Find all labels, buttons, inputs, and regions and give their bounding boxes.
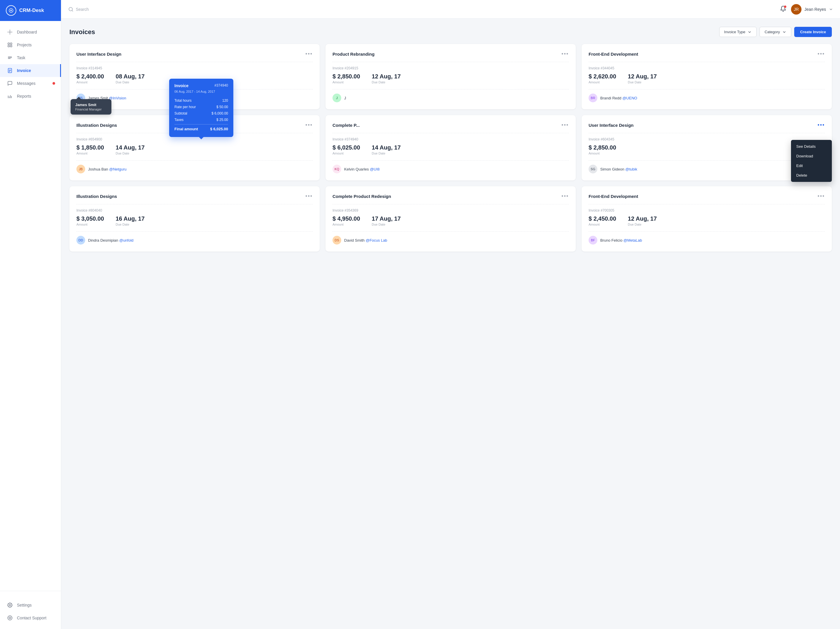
- card-title: User Interface Design: [76, 52, 122, 57]
- app-logo[interactable]: CRM-Desk: [0, 0, 61, 21]
- card-menu-button[interactable]: •••: [305, 193, 313, 199]
- card-menu-button[interactable]: •••: [305, 51, 313, 57]
- sidebar-item-invoice[interactable]: Invoice: [0, 64, 61, 77]
- card-footer: BF Bruno Felicio @MetaLab: [589, 236, 825, 244]
- sidebar-item-dashboard[interactable]: Dashboard: [0, 26, 61, 38]
- due-date-label: Due Date: [116, 151, 145, 155]
- amount-value: $ 2,620.00: [589, 73, 616, 80]
- invoice-amounts: $ 6,025.00 Amount 14 Aug, 17 Due Date: [333, 144, 569, 155]
- person-avatar: DD: [76, 236, 85, 244]
- due-date-value: 14 Aug, 17: [372, 144, 401, 151]
- card-menu-button[interactable]: •••: [562, 122, 569, 128]
- card-divider-bottom: [589, 160, 825, 161]
- card-footer: BR Brandi Redd @UENO: [589, 93, 825, 102]
- user-menu[interactable]: JR Jean Reyes: [791, 4, 833, 14]
- create-invoice-button[interactable]: Create Invoice: [794, 27, 832, 37]
- amount-block: $ 2,850.00 Amount: [333, 73, 360, 84]
- amount-label: Amount: [333, 151, 360, 155]
- amount-value: $ 3,050.00: [76, 215, 104, 222]
- page-actions: Invoice Type Category Create Invoice: [719, 27, 832, 37]
- card-menu-button[interactable]: •••: [562, 193, 569, 199]
- invoice-amounts: $ 2,850.00 Amount 12 Aug, 17 Due Date: [333, 73, 569, 84]
- due-date-value: 12 Aug, 17: [628, 73, 657, 80]
- context-menu-item[interactable]: See Details: [791, 142, 832, 151]
- due-date-label: Due Date: [628, 223, 657, 226]
- card-menu-button[interactable]: •••: [818, 51, 825, 57]
- tooltip-hours-label: Total hours: [174, 99, 192, 102]
- card-menu-button[interactable]: •••: [818, 122, 825, 128]
- person-tag[interactable]: @UENO: [622, 96, 637, 100]
- card-title: Illustration Designs: [76, 123, 117, 128]
- person-tag[interactable]: @InVision: [109, 96, 126, 100]
- sidebar-label-contact-support: Contact Support: [17, 616, 46, 620]
- due-date-block: 14 Aug, 17 Due Date: [116, 144, 145, 155]
- tooltip-row-hours: Total hours 120: [174, 97, 228, 104]
- due-date-value: 16 Aug, 17: [116, 215, 145, 222]
- card-header: User Interface Design •••: [76, 51, 313, 57]
- projects-icon: [7, 42, 13, 47]
- context-menu-item[interactable]: Edit: [791, 161, 832, 170]
- reports-icon: [7, 93, 13, 99]
- due-date-value: 12 Aug, 17: [372, 73, 401, 80]
- due-date-block: 17 Aug, 17 Due Date: [372, 215, 401, 226]
- messages-icon: [7, 81, 13, 86]
- person-tag[interactable]: @Focus Lab: [366, 238, 387, 243]
- notification-button[interactable]: [780, 6, 786, 13]
- amount-label: Amount: [589, 151, 616, 155]
- support-icon: [7, 615, 13, 621]
- amount-label: Amount: [76, 80, 104, 84]
- invoice-amounts: $ 3,050.00 Amount 16 Aug, 17 Due Date: [76, 215, 313, 226]
- sidebar-item-contact-support[interactable]: Contact Support: [0, 612, 61, 624]
- card-menu-button[interactable]: •••: [562, 51, 569, 57]
- invoice-number: Invoice #314945: [76, 66, 313, 70]
- category-dropdown[interactable]: Category: [759, 27, 791, 37]
- due-date-label: Due Date: [372, 223, 401, 226]
- page-header: Invoices Invoice Type Category Create In…: [69, 27, 832, 37]
- logo-icon: [6, 5, 16, 16]
- amount-value: $ 2,850.00: [589, 144, 616, 151]
- person-tag[interactable]: @Netguru: [109, 167, 126, 171]
- invoice-number: Invoice #204915: [333, 66, 569, 70]
- person-tag[interactable]: @tubik: [625, 167, 637, 171]
- tooltip-row-taxes: Taxes $ 25.00: [174, 117, 228, 123]
- invoice-type-dropdown[interactable]: Invoice Type: [719, 27, 757, 37]
- messages-badge: [52, 82, 55, 85]
- card-menu-button[interactable]: •••: [305, 122, 313, 128]
- sidebar-nav: Dashboard Projects Task Invoice: [0, 21, 61, 588]
- due-date-value: 08 Aug, 17: [116, 73, 145, 80]
- sidebar-item-task[interactable]: Task: [0, 51, 61, 64]
- invoice-card: Front-End Development ••• Invoice #70030…: [582, 186, 832, 252]
- invoice-number: Invoice #804040: [76, 208, 313, 213]
- chevron-down-icon: [829, 7, 833, 11]
- person-avatar: BR: [589, 93, 597, 102]
- context-menu-item[interactable]: Download: [791, 151, 832, 161]
- due-date-label: Due Date: [628, 80, 657, 84]
- context-menu: See DetailsDownloadEditDelete: [791, 140, 832, 182]
- sidebar-item-messages[interactable]: Messages: [0, 77, 61, 90]
- person-tag[interactable]: @unfold: [119, 238, 134, 243]
- sidebar-item-settings[interactable]: Settings: [0, 599, 61, 612]
- person-tag[interactable]: @UI8: [370, 167, 379, 171]
- tooltip-taxes-label: Taxes: [174, 118, 183, 122]
- amount-block: $ 2,450.00 Amount: [589, 215, 616, 226]
- search-input[interactable]: [76, 7, 134, 12]
- card-header: User Interface Design •••: [589, 122, 825, 128]
- context-menu-item[interactable]: Delete: [791, 170, 832, 180]
- tooltip-final-val: $ 6,025.00: [210, 127, 228, 131]
- person-tag[interactable]: @MetaLab: [623, 238, 642, 243]
- search-area[interactable]: [68, 7, 775, 12]
- sidebar-label-projects: Projects: [17, 43, 32, 47]
- card-title: Product Rebranding: [333, 52, 374, 57]
- sidebar-item-reports[interactable]: Reports: [0, 90, 61, 102]
- due-date-block: 14 Aug, 17 Due Date: [372, 144, 401, 155]
- invoice-number: Invoice #654900: [76, 137, 313, 141]
- sidebar-label-settings: Settings: [17, 603, 32, 607]
- card-divider: [333, 204, 569, 204]
- person-avatar: JB: [76, 165, 85, 173]
- card-divider: [76, 62, 313, 62]
- card-footer: SG Simon Gideon @tubik: [589, 165, 825, 173]
- invoice-amounts: $ 4,950.00 Amount 17 Aug, 17 Due Date: [333, 215, 569, 226]
- card-menu-button[interactable]: •••: [818, 193, 825, 199]
- person-name: Kelvin Quarles @UI8: [344, 167, 380, 171]
- sidebar-item-projects[interactable]: Projects: [0, 38, 61, 51]
